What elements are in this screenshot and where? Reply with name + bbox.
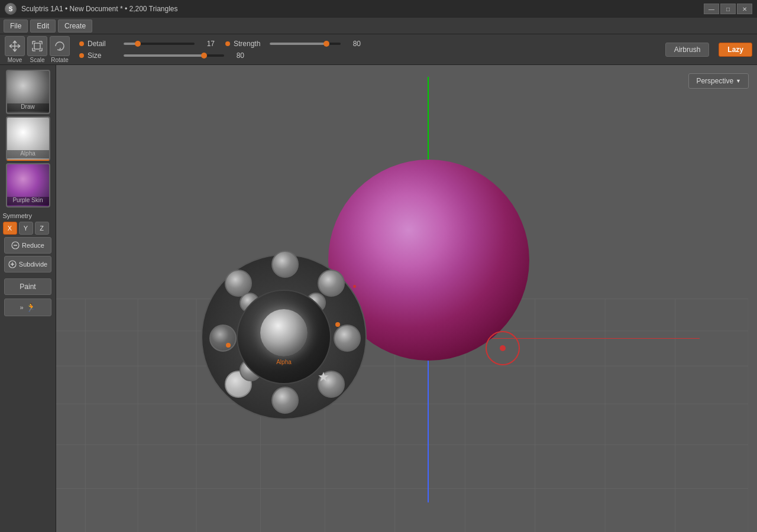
sym-x-button[interactable]: X (3, 222, 17, 235)
wheel-star-item[interactable]: ★ (318, 369, 329, 385)
wheel-item-top[interactable] (271, 251, 299, 278)
perspective-dropdown-icon: ▼ (736, 78, 741, 84)
wheel-alpha-label: Alpha (276, 359, 292, 365)
wheel-item-topright[interactable] (318, 270, 345, 297)
main-layout: Draw Alpha Purple Skin Symmetry X Y Z Re… (0, 65, 757, 532)
wheel-inner: Alpha (237, 290, 331, 384)
create-menu[interactable]: Create (58, 20, 92, 33)
draw-label: Draw (7, 103, 49, 112)
symmetry-label: Symmetry (3, 212, 53, 219)
edit-menu[interactable]: Edit (30, 20, 56, 33)
size-track[interactable] (124, 54, 224, 57)
airbrush-button[interactable]: Airbrush (665, 43, 710, 57)
alpha-label: Alpha (7, 150, 49, 158)
scale-label: Scale (30, 57, 44, 63)
wheel-indicator-left (226, 343, 231, 348)
detail-label: Detail (88, 40, 120, 48)
close-button[interactable]: ✕ (737, 4, 752, 14)
detail-dot (79, 41, 84, 46)
symmetry-buttons: X Y Z (3, 222, 53, 235)
move-label: Move (8, 57, 22, 63)
viewport[interactable]: ★ Alpha Perspective ▼ (56, 65, 757, 532)
anim-button[interactable]: » 🏃 (4, 299, 51, 316)
subdivide-button[interactable]: Subdivide (4, 256, 51, 273)
wheel-item-bottom[interactable] (271, 387, 299, 414)
reduce-label: Reduce (22, 242, 44, 249)
size-value: 80 (228, 51, 244, 60)
size-label: Size (88, 51, 120, 60)
scale-tool[interactable]: Scale (27, 36, 47, 63)
strength-dot (225, 41, 230, 46)
sym-z-button[interactable]: Z (35, 222, 49, 235)
symmetry-section: Symmetry X Y Z (3, 212, 53, 235)
wheel-item-left[interactable] (209, 325, 237, 352)
y-axis-blue (428, 337, 429, 502)
perspective-button[interactable]: Perspective ▼ (688, 73, 749, 89)
alpha-brush[interactable]: Alpha (6, 116, 50, 161)
titlebar: S Sculptris 1A1 • New Document * • 2,200… (0, 0, 757, 18)
detail-value: 17 (198, 40, 215, 48)
toolbar: Move Scale Rotate Detail (0, 34, 757, 65)
purple-label: Purple Skin (7, 197, 49, 205)
minimize-button[interactable]: — (704, 4, 719, 14)
paint-button[interactable]: Paint (4, 278, 51, 295)
anim-forward-icon: » (20, 304, 23, 311)
wheel-item-right[interactable] (334, 325, 361, 352)
maximize-button[interactable]: □ (720, 4, 736, 14)
lazy-button[interactable]: Lazy (719, 43, 752, 57)
paint-label: Paint (20, 283, 35, 291)
rotate-label: Rotate (51, 57, 68, 63)
sidebar: Draw Alpha Purple Skin Symmetry X Y Z Re… (0, 65, 56, 532)
move-icon (5, 36, 25, 56)
svg-rect-0 (34, 43, 40, 49)
window-controls: — □ ✕ (704, 4, 752, 14)
strength-label: Strength (234, 40, 266, 48)
brush-wheel[interactable]: ★ Alpha (201, 254, 367, 420)
app-logo: S (5, 3, 17, 15)
anim-run-icon: 🏃 (26, 303, 36, 312)
wheel-outer: ★ Alpha (201, 254, 367, 420)
purple-skin-brush[interactable]: Purple Skin (6, 163, 50, 207)
detail-slider-row: Detail 17 Strength 80 (79, 40, 656, 48)
brush-cursor-center (500, 345, 506, 351)
subdivide-icon (8, 260, 17, 268)
reduce-icon (11, 241, 20, 249)
detail-track[interactable] (124, 43, 195, 45)
menubar: File Edit Create (0, 18, 757, 34)
sym-y-button[interactable]: Y (19, 222, 33, 235)
wheel-indicator-right (335, 322, 340, 327)
sliders-area: Detail 17 Strength 80 Size 80 (79, 40, 656, 60)
size-dot (79, 53, 84, 58)
perspective-label: Perspective (696, 77, 733, 85)
move-tool[interactable]: Move (5, 36, 25, 63)
file-menu[interactable]: File (4, 20, 28, 33)
reduce-button[interactable]: Reduce (4, 237, 51, 254)
brush-cursor (486, 331, 520, 365)
app-title: Sculptris 1A1 • New Document * • 2,200 T… (21, 5, 178, 13)
rotate-icon (50, 36, 70, 56)
strength-value: 80 (344, 40, 361, 48)
strength-track[interactable] (270, 43, 341, 45)
transform-tools: Move Scale Rotate (5, 36, 70, 63)
rotate-tool[interactable]: Rotate (50, 36, 70, 63)
scale-icon (27, 36, 47, 56)
wheel-inner-sphere (260, 309, 308, 356)
size-slider-row: Size 80 (79, 51, 656, 60)
subdivide-label: Subdivide (19, 261, 47, 268)
draw-brush[interactable]: Draw (6, 70, 50, 114)
